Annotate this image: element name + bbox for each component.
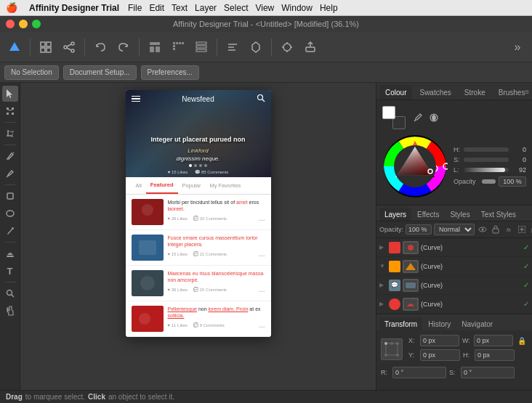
tab-effects[interactable]: Effects xyxy=(412,208,444,221)
maximize-button[interactable] xyxy=(32,20,41,28)
layers-opacity-input[interactable] xyxy=(406,224,432,235)
share-icon[interactable] xyxy=(59,37,79,57)
colour-picker-icon[interactable] xyxy=(427,111,440,124)
menu-text[interactable]: Text xyxy=(172,3,188,13)
layers-add-icon[interactable] xyxy=(516,224,528,235)
tab-colour[interactable]: Colour xyxy=(379,85,412,99)
grid-icon[interactable] xyxy=(36,37,56,57)
colour-wheel[interactable] xyxy=(382,134,448,199)
colour-panel-tabs: Colour Swatches Stroke Brushes ≡ xyxy=(376,83,532,100)
document-setup-button[interactable]: Document Setup... xyxy=(63,65,137,80)
menu-help[interactable]: Help xyxy=(320,3,338,13)
layers-delete-icon[interactable] xyxy=(529,224,532,235)
preferences-button[interactable]: Preferences... xyxy=(141,65,199,80)
layers-lock-icon[interactable] xyxy=(490,224,501,235)
lock-icon[interactable]: 🔒 xyxy=(517,337,526,345)
layers-options: Opacity: Normal fx xyxy=(376,221,532,238)
tab-featured[interactable]: Featured xyxy=(146,177,178,194)
more-icon[interactable]: » xyxy=(507,37,528,57)
layout-icon[interactable] xyxy=(145,37,165,57)
crop-tool[interactable] xyxy=(2,126,18,142)
vector-mode-icon[interactable] xyxy=(4,37,25,57)
layer-item-2[interactable]: ▼ (Curve) ✓ xyxy=(376,257,532,276)
fill-tool[interactable] xyxy=(2,245,18,261)
paint-brush-tool[interactable] xyxy=(2,223,18,239)
foreground-colour-swatch[interactable] xyxy=(382,106,395,119)
shape-tool[interactable] xyxy=(2,188,18,204)
menu-layer[interactable]: Layer xyxy=(195,3,217,13)
feed-more-3[interactable]: ... xyxy=(259,285,265,293)
transform-h-input[interactable] xyxy=(475,349,515,361)
feed-thumb-1 xyxy=(132,199,164,225)
opacity-bar[interactable] xyxy=(482,179,496,184)
light-value: 92 xyxy=(512,166,526,174)
toolbar-separator-2 xyxy=(84,38,85,56)
canvas-area[interactable]: Newsfeed Integer ut placerat purued non … xyxy=(20,83,376,390)
node-tool[interactable] xyxy=(2,103,18,119)
tab-text-styles[interactable]: Text Styles xyxy=(476,208,521,221)
sat-bar[interactable] xyxy=(464,158,509,162)
transform-thumb xyxy=(381,338,403,360)
layer-thumb-2 xyxy=(403,260,419,273)
hand-tool[interactable] xyxy=(2,303,18,319)
panel-collapse-icon[interactable]: ≡ xyxy=(525,87,529,95)
nav-title: Newsfeed xyxy=(182,95,214,103)
zoom-tool[interactable] xyxy=(2,285,18,301)
transform-x-input[interactable] xyxy=(420,335,459,346)
menu-file[interactable]: File xyxy=(128,3,142,13)
tab-stroke[interactable]: Stroke xyxy=(459,85,491,99)
layers-blend-select[interactable]: Normal xyxy=(434,224,475,235)
transform-r-input[interactable] xyxy=(392,367,446,378)
menu-edit[interactable]: Edit xyxy=(149,3,164,13)
eyedropper-icon[interactable] xyxy=(411,111,424,124)
layer-item-1[interactable]: ▶ (Curve) ✓ xyxy=(376,238,532,257)
tab-styles[interactable]: Styles xyxy=(445,208,475,221)
export-icon[interactable] xyxy=(300,37,321,57)
opacity-input[interactable] xyxy=(499,176,526,187)
no-selection-button[interactable]: No Selection xyxy=(4,65,59,80)
redo-icon[interactable] xyxy=(113,37,134,57)
close-button[interactable] xyxy=(6,20,15,28)
tab-all[interactable]: All xyxy=(132,177,146,194)
transform-w-input[interactable] xyxy=(474,335,513,346)
layer-item-4[interactable]: ▶ (Curve) ✓ xyxy=(376,295,532,314)
layer-item-3[interactable]: ▶ 💬 (Curve) ✓ xyxy=(376,276,532,295)
tab-favorites[interactable]: My Favorites xyxy=(205,177,245,194)
feed-more-1[interactable]: ... xyxy=(259,214,265,222)
feed-more-4[interactable]: ... xyxy=(259,321,265,329)
hero-text: Integer ut placerat purued non Linkford … xyxy=(126,135,271,163)
menu-window[interactable]: Window xyxy=(281,3,313,13)
tab-navigator[interactable]: Navigator xyxy=(456,317,498,330)
snap-icon[interactable] xyxy=(277,37,297,57)
menu-view[interactable]: View xyxy=(255,3,274,13)
pencil-tool[interactable] xyxy=(2,166,18,182)
undo-icon[interactable] xyxy=(90,37,110,57)
transform-w-label: W: xyxy=(462,337,472,344)
pen-tool[interactable] xyxy=(2,148,18,164)
transform-s-input[interactable] xyxy=(461,367,515,378)
hue-bar[interactable] xyxy=(464,147,509,152)
tab-layers[interactable]: Layers xyxy=(379,208,411,221)
minimize-button[interactable] xyxy=(19,20,28,28)
text-tool[interactable]: T xyxy=(2,263,18,279)
align-center-icon[interactable] xyxy=(246,37,266,57)
layer-expand-4: ▶ xyxy=(379,301,387,307)
layers-fx-icon[interactable]: fx xyxy=(503,224,515,235)
tab-transform[interactable]: Transform xyxy=(379,317,422,330)
transform-y-input[interactable] xyxy=(420,349,460,361)
tab-history[interactable]: History xyxy=(423,317,456,330)
nav-search-icon[interactable] xyxy=(257,94,265,105)
svg-rect-29 xyxy=(306,47,315,52)
pixels-icon[interactable] xyxy=(168,37,188,57)
select-tool[interactable] xyxy=(2,86,18,102)
tab-swatches[interactable]: Swatches xyxy=(414,85,456,99)
menu-select[interactable]: Select xyxy=(224,3,248,13)
ellipse-tool[interactable] xyxy=(2,205,18,221)
light-bar[interactable] xyxy=(464,168,509,172)
feed-more-2[interactable]: ... xyxy=(259,250,265,258)
align-left-icon[interactable] xyxy=(222,37,243,57)
hamburger-icon[interactable] xyxy=(132,96,140,102)
layers-eye-icon[interactable] xyxy=(477,224,488,235)
tab-popular[interactable]: Popular xyxy=(178,177,206,194)
view-icon[interactable] xyxy=(191,37,211,57)
